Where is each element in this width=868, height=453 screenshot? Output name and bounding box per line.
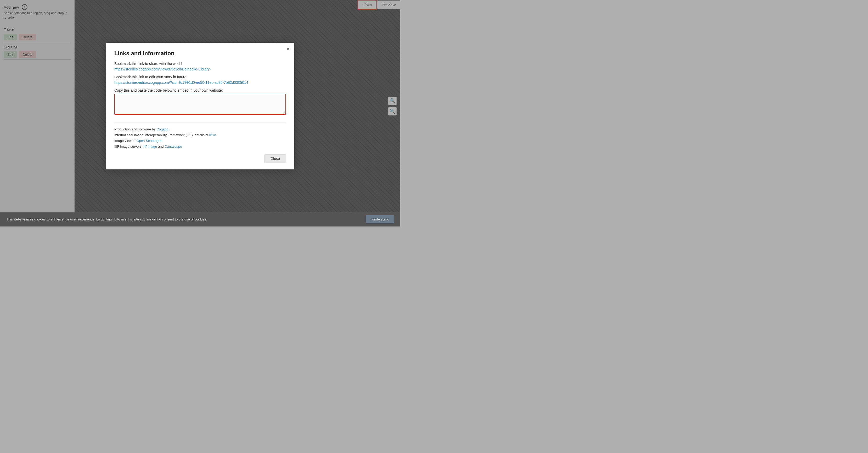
cookie-accept-button[interactable]: I understand [366,215,394,223]
embed-code-textarea[interactable] [114,94,286,115]
modal-title: Links and Information [114,50,286,57]
share-link-label: Bookmark this link to share with the wor… [114,61,286,66]
edit-link-label: Bookmark this link to edit your story in… [114,75,286,79]
modal-actions: Close [114,154,286,163]
cantaloupe-link[interactable]: Cantaloupe [164,145,182,148]
cogapp-link[interactable]: Cogapp [156,127,168,131]
embed-label: Copy this and paste the code below to em… [114,88,286,92]
modal-divider [114,122,286,123]
seadragon-link[interactable]: Open Seadragon [136,139,162,143]
iiif-text: International Image Interoperability Fra… [114,133,209,137]
links-modal: × Links and Information Bookmark this li… [106,43,294,169]
cookie-text: This website uses cookies to enhance the… [6,217,207,221]
modal-footer: Production and software by Cogapp. Inter… [114,126,286,149]
servers-text: IIIF image servers: [114,145,143,148]
modal-close-icon-button[interactable]: × [286,46,289,52]
and-text: and [157,145,164,148]
modal-close-button[interactable]: Close [265,154,286,163]
modal-overlay: × Links and Information Bookmark this li… [0,0,400,212]
cookie-bar: This website uses cookies to enhance the… [0,212,400,227]
share-link[interactable]: https://storiiies.cogapp.com/viewer/9c3c… [114,67,286,71]
period: . [168,127,169,131]
edit-link[interactable]: https://storiiies-editor.cogapp.com/?sid… [114,80,286,85]
iipimage-link[interactable]: IIPImage [143,145,157,148]
production-text: Production and software by [114,127,156,131]
iiif-link[interactable]: iiif.io [209,133,216,137]
viewer-text: Image viewer: [114,139,136,143]
